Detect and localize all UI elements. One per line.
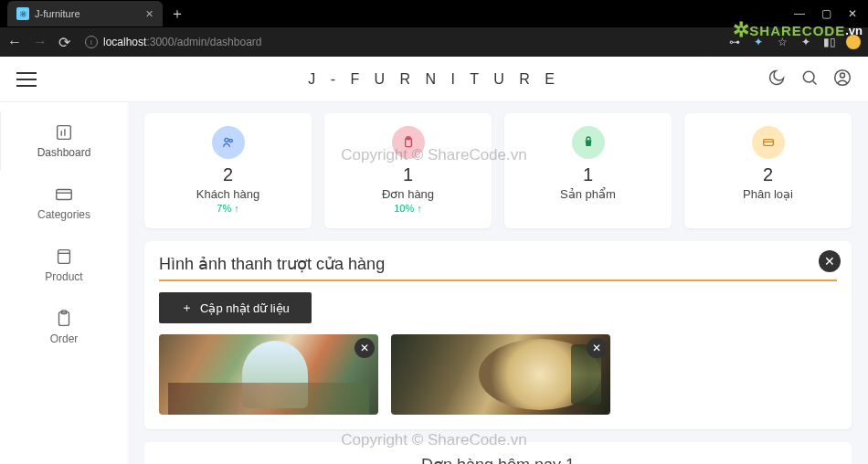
- stat-delta: 7% ↑: [153, 203, 302, 214]
- svg-point-14: [229, 139, 232, 142]
- section-title: Hình ảnh thanh trượt cửa hàng: [159, 254, 837, 274]
- sidebar-item-label: Dashboard: [37, 146, 91, 159]
- svg-point-3: [841, 73, 845, 78]
- slider-section: Hình ảnh thanh trượt cửa hàng ✕ ＋ Cập nh…: [144, 241, 852, 429]
- menu-toggle-button[interactable]: [16, 72, 37, 87]
- today-orders-section: Đơn hàng hôm nay 1: [144, 442, 852, 464]
- svg-point-0: [803, 71, 814, 82]
- tab-title: J-furniture: [35, 8, 80, 19]
- user-account-icon[interactable]: [833, 69, 852, 90]
- watermark-logo: ✲ SHARECODE.vn: [733, 18, 863, 42]
- sidebar-item-label: Order: [50, 332, 79, 345]
- browser-tab[interactable]: ⚛ J-furniture ✕: [7, 1, 163, 26]
- nav-forward-icon[interactable]: →: [33, 34, 48, 50]
- react-favicon: ⚛: [16, 7, 29, 20]
- users-icon: [212, 126, 245, 159]
- search-icon[interactable]: [800, 69, 819, 90]
- sidebar-item-label: Product: [45, 270, 82, 283]
- site-info-icon[interactable]: i: [85, 36, 98, 48]
- nav-reload-icon[interactable]: ⟳: [58, 34, 70, 51]
- card-icon: [752, 126, 785, 159]
- sidebar-item-order[interactable]: Order: [0, 298, 128, 356]
- main-content: 2 Khách hàng 7% ↑ 1 Đơn hàng 10% ↑ 1 Sản…: [128, 102, 868, 464]
- section-title: Đơn hàng hôm nay 1: [159, 455, 837, 464]
- new-tab-button[interactable]: ＋: [170, 5, 185, 24]
- stat-value: 2: [153, 164, 302, 185]
- sidebar-item-categories[interactable]: Categories: [0, 174, 128, 232]
- order-icon: [54, 309, 74, 329]
- plus-icon: ＋: [181, 300, 193, 316]
- bag-icon: [572, 126, 605, 159]
- sidebar-item-dashboard[interactable]: Dashboard: [0, 111, 128, 170]
- stat-value: 1: [513, 164, 662, 185]
- delete-slide-icon[interactable]: ✕: [355, 338, 375, 358]
- svg-rect-4: [58, 126, 71, 140]
- stat-card-orders: 1 Đơn hàng 10% ↑: [324, 113, 492, 228]
- update-button-label: Cập nhật dữ liệu: [200, 301, 290, 315]
- stat-card-products: 1 Sản phẩm: [504, 113, 672, 228]
- update-data-button[interactable]: ＋ Cập nhật dữ liệu: [159, 292, 312, 323]
- clipboard-icon: [392, 126, 425, 159]
- section-close-icon[interactable]: ✕: [819, 250, 841, 272]
- svg-rect-9: [58, 250, 70, 264]
- stat-label: Khách hàng: [153, 187, 302, 201]
- url-text: localhost:3000/admin/dashboard: [103, 36, 261, 48]
- sidebar-item-product[interactable]: Product: [0, 236, 128, 294]
- sidebar: Dashboard Categories Product Order: [0, 102, 128, 464]
- svg-rect-7: [57, 190, 72, 200]
- sidebar-item-label: Categories: [37, 208, 90, 221]
- stat-value: 1: [333, 164, 482, 185]
- dashboard-icon: [54, 122, 74, 142]
- url-bar[interactable]: i localhost:3000/admin/dashboard: [81, 31, 716, 53]
- stat-delta: 10% ↑: [333, 203, 482, 214]
- slider-image[interactable]: ✕: [159, 334, 378, 415]
- svg-line-1: [813, 80, 817, 84]
- tab-close-icon[interactable]: ✕: [145, 8, 153, 20]
- categories-icon: [54, 185, 74, 205]
- delete-slide-icon[interactable]: ✕: [587, 338, 607, 358]
- watermark-gear-icon: ✲: [733, 18, 749, 42]
- stat-card-customers: 2 Khách hàng 7% ↑: [144, 113, 312, 228]
- stat-label: Phân loại: [693, 187, 842, 201]
- nav-back-icon[interactable]: ←: [7, 34, 22, 50]
- slide-thumbnail: [159, 334, 378, 415]
- svg-point-13: [225, 138, 228, 142]
- brand-title: J - F U R N I T U R E: [308, 71, 560, 88]
- stat-value: 2: [693, 164, 842, 185]
- product-icon: [54, 247, 74, 267]
- stat-card-categories: 2 Phân loại: [684, 113, 852, 228]
- slider-image[interactable]: ✕: [391, 334, 610, 415]
- slide-thumbnail: [391, 334, 610, 415]
- stat-label: Đơn hàng: [333, 187, 482, 201]
- stats-row: 2 Khách hàng 7% ↑ 1 Đơn hàng 10% ↑ 1 Sản…: [144, 113, 852, 228]
- section-divider: [159, 279, 837, 281]
- theme-toggle-icon[interactable]: [767, 69, 786, 90]
- stat-label: Sản phẩm: [513, 187, 662, 201]
- slider-images-row: ✕ ✕: [159, 334, 837, 415]
- app-header: J - F U R N I T U R E: [0, 57, 868, 102]
